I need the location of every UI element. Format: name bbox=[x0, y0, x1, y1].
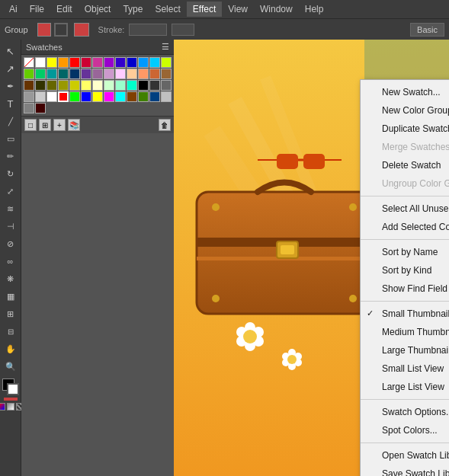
tool-hand[interactable]: ✋ bbox=[2, 340, 19, 357]
swatches-delete-btn[interactable]: 🗑 bbox=[159, 119, 171, 131]
swatch-brown2[interactable] bbox=[127, 91, 137, 102]
swatch-dark-teal[interactable] bbox=[58, 69, 69, 79]
tool-column-graph[interactable]: ▦ bbox=[2, 288, 19, 305]
swatch-silver[interactable] bbox=[161, 91, 172, 102]
menu-select-all-unused[interactable]: Select All Unused bbox=[361, 200, 449, 218]
menu-object[interactable]: Object bbox=[79, 2, 117, 17]
swatch-black[interactable] bbox=[138, 80, 149, 91]
swatch-light-pink[interactable] bbox=[115, 69, 126, 79]
menu-swatch-options[interactable]: Swatch Options... bbox=[361, 403, 449, 421]
menu-window[interactable]: Window bbox=[254, 2, 299, 17]
swatch-bright-green[interactable] bbox=[69, 91, 80, 102]
swatches-options-btn[interactable]: ⊞ bbox=[39, 119, 51, 131]
swatch-yellow[interactable] bbox=[47, 57, 57, 68]
swatches-new-btn[interactable]: + bbox=[53, 119, 66, 131]
swatch-light-yellow[interactable] bbox=[81, 80, 91, 91]
menu-help[interactable]: Help bbox=[299, 2, 330, 17]
swatches-menu-icon[interactable]: ☰ bbox=[162, 42, 169, 52]
menu-small-list-view[interactable]: Small List View bbox=[361, 359, 449, 378]
swatch-cream[interactable] bbox=[92, 80, 103, 91]
tool-rect[interactable]: ▭ bbox=[2, 130, 19, 147]
swatch-mauve[interactable] bbox=[92, 69, 103, 79]
swatch-red-selected[interactable] bbox=[58, 91, 69, 102]
swatch-mid-gray[interactable] bbox=[161, 80, 172, 91]
menu-open-swatch-library[interactable]: Open Swatch Library bbox=[361, 446, 449, 465]
swatch-cyan[interactable] bbox=[149, 57, 160, 68]
swatch-dark-yellow[interactable] bbox=[69, 80, 80, 91]
tool-blend[interactable]: ∞ bbox=[2, 253, 19, 270]
fill-stroke-indicator[interactable] bbox=[2, 379, 19, 395]
tool-zoom[interactable]: 🔍 bbox=[2, 358, 19, 375]
menu-show-find-field[interactable]: Show Find Field bbox=[361, 280, 449, 298]
menu-medium-thumbnail-view[interactable]: Medium Thumbnail View bbox=[361, 323, 449, 341]
swatch-peach[interactable] bbox=[127, 69, 137, 79]
tool-width[interactable]: ⊣ bbox=[2, 218, 19, 235]
swatch-salmon[interactable] bbox=[138, 69, 149, 79]
swatch-orange[interactable] bbox=[58, 57, 69, 68]
tool-pen[interactable]: ✒ bbox=[2, 78, 19, 94]
swatch-dark-brown[interactable] bbox=[24, 80, 34, 91]
swatch-lime[interactable] bbox=[161, 57, 172, 68]
tool-warp[interactable]: ≋ bbox=[2, 200, 19, 217]
swatch-light-gray[interactable] bbox=[35, 91, 46, 102]
tool-symbol[interactable]: ❋ bbox=[2, 270, 19, 287]
color-mode-color[interactable] bbox=[0, 403, 5, 411]
menu-view[interactable]: View bbox=[222, 2, 254, 17]
swatch-purple[interactable] bbox=[104, 57, 114, 68]
swatch-lavender[interactable] bbox=[104, 69, 114, 79]
swatch-dark-gray[interactable] bbox=[149, 80, 160, 91]
swatch-teal2[interactable] bbox=[47, 69, 57, 79]
swatch-bright-blue[interactable] bbox=[81, 91, 91, 102]
tool-line[interactable]: ╱ bbox=[2, 113, 19, 129]
tool-rotate[interactable]: ↻ bbox=[2, 165, 19, 182]
swatch-magenta[interactable] bbox=[104, 91, 114, 102]
swatch-navy[interactable] bbox=[69, 69, 80, 79]
tool-brush[interactable]: ✏ bbox=[2, 148, 19, 165]
swatch-green[interactable] bbox=[24, 69, 34, 79]
swatch-mint[interactable] bbox=[115, 80, 126, 91]
swatch-medium-gray[interactable] bbox=[24, 103, 34, 113]
stroke-unit[interactable] bbox=[172, 24, 194, 36]
swatch-olive-dark[interactable] bbox=[35, 80, 46, 91]
menu-sort-by-name[interactable]: Sort by Name bbox=[361, 243, 449, 261]
swatch-dark-lime[interactable] bbox=[138, 91, 149, 102]
menu-file[interactable]: File bbox=[24, 2, 50, 17]
menu-select[interactable]: Select bbox=[149, 2, 186, 17]
tool-eyedropper[interactable]: ⊘ bbox=[2, 235, 19, 252]
menu-sort-by-kind[interactable]: Sort by Kind bbox=[361, 261, 449, 280]
menu-new-swatch[interactable]: New Swatch... bbox=[361, 83, 449, 101]
swatch-brown-orange[interactable] bbox=[149, 69, 160, 79]
swatch-violet[interactable] bbox=[81, 69, 91, 79]
menu-duplicate-swatch[interactable]: Duplicate Swatch bbox=[361, 120, 449, 138]
swatch-sky-blue[interactable] bbox=[138, 57, 149, 68]
stroke-value[interactable] bbox=[129, 24, 167, 36]
menu-add-selected-colors[interactable]: Add Selected Colors bbox=[361, 218, 449, 236]
menu-large-thumbnail-view[interactable]: Large Thumbnail View bbox=[361, 341, 449, 359]
fill-swatch[interactable] bbox=[37, 23, 51, 37]
menu-large-list-view[interactable]: Large List View bbox=[361, 378, 449, 396]
stroke-swatch[interactable] bbox=[54, 23, 68, 37]
swatch-bright-yellow[interactable] bbox=[92, 91, 103, 102]
swatch-dark-red[interactable] bbox=[81, 57, 91, 68]
swatch-steel-blue[interactable] bbox=[149, 91, 160, 102]
menu-delete-swatch[interactable]: Delete Swatch bbox=[361, 156, 449, 174]
swatch-light-green[interactable] bbox=[104, 80, 114, 91]
menu-edit[interactable]: Edit bbox=[50, 2, 79, 17]
menu-type[interactable]: Type bbox=[117, 2, 149, 17]
tool-type[interactable]: T bbox=[2, 95, 19, 112]
menu-small-thumbnail-view[interactable]: Small Thumbnail View bbox=[361, 305, 449, 323]
menu-effect[interactable]: Effect bbox=[187, 2, 222, 17]
swatch-teal[interactable] bbox=[35, 69, 46, 79]
color-indicator[interactable] bbox=[74, 23, 89, 37]
swatches-library-btn[interactable]: 📚 bbox=[68, 119, 80, 131]
tool-select[interactable]: ↖ bbox=[2, 43, 19, 59]
swatch-pink[interactable] bbox=[92, 57, 103, 68]
swatch-olive[interactable] bbox=[47, 80, 57, 91]
swatch-blue-purple[interactable] bbox=[115, 57, 126, 68]
swatch-olive-light[interactable] bbox=[58, 80, 69, 91]
menu-save-ase[interactable]: Save Swatch Library as ASE... bbox=[361, 465, 449, 476]
menu-spot-colors[interactable]: Spot Colors... bbox=[361, 421, 449, 439]
tool-artboard[interactable]: ⊞ bbox=[2, 305, 19, 322]
menu-ai[interactable]: Ai bbox=[3, 2, 24, 17]
swatch-maroon[interactable] bbox=[35, 103, 46, 113]
